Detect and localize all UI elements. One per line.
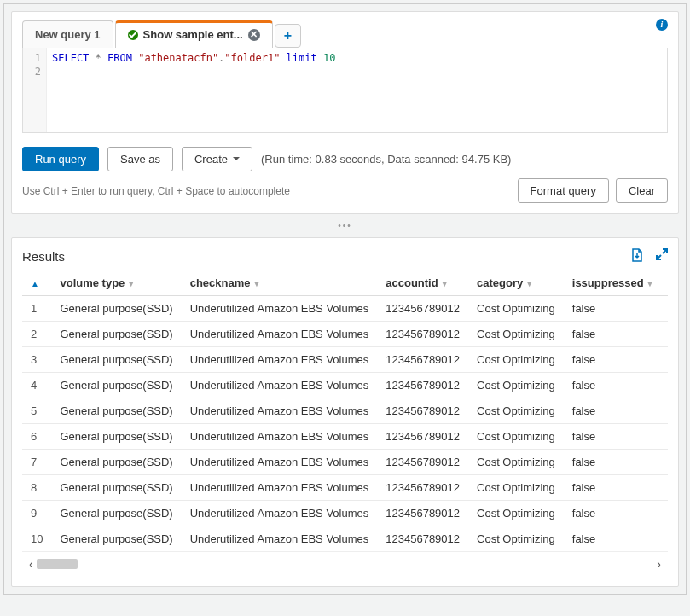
col-issuppressed[interactable]: issuppressed▼ [564,270,663,296]
query-stats: (Run time: 0.83 seconds, Data scanned: 9… [261,153,511,166]
table-row: 7General purpose(SSD)Underutilized Amazo… [22,450,668,475]
cell-accountid: 123456789012 [377,373,468,398]
cell-checkname: Underutilized Amazon EBS Volumes [182,322,378,347]
cell-accountid: 123456789012 [377,296,468,322]
cell-checkname: Underutilized Amazon EBS Volumes [182,398,378,424]
table-row: 1General purpose(SSD)Underutilized Amazo… [22,296,668,322]
cell-category: Cost Optimizing [468,424,564,450]
cell-checkname: Underutilized Amazon EBS Volumes [182,450,378,475]
cell-snapshot: snap-0a5 [663,424,668,450]
cell-volume-type: General purpose(SSD) [51,398,181,424]
cell-category: Cost Optimizing [468,347,564,373]
cell-rownum: 9 [22,501,51,526]
cell-issuppressed: false [564,475,663,501]
cell-rownum: 4 [22,373,51,398]
cell-snapshot: snap-06b [663,322,668,347]
results-title: Results [22,249,65,264]
cell-accountid: 123456789012 [377,347,468,373]
results-table: ▲ volume type▼ checkname▼ accountid▼ cat… [22,270,668,551]
col-snapshot[interactable]: snapshot [663,270,668,296]
scroll-track[interactable] [37,559,654,569]
cell-rownum: 8 [22,475,51,501]
cell-rownum: 7 [22,450,51,475]
cell-category: Cost Optimizing [468,501,564,526]
cell-issuppressed: false [564,347,663,373]
cell-snapshot: snap-0ef4 [663,398,668,424]
cell-checkname: Underutilized Amazon EBS Volumes [182,347,378,373]
editor-gutter: 1 2 [23,48,47,132]
cell-category: Cost Optimizing [468,475,564,501]
cell-snapshot [663,373,668,398]
cell-snapshot: snap-078 [663,450,668,475]
cell-rownum: 3 [22,347,51,373]
table-row: 4General purpose(SSD)Underutilized Amazo… [22,373,668,398]
cell-checkname: Underutilized Amazon EBS Volumes [182,424,378,450]
query-editor-panel: i New query 1 Show sample ent... ✕ + 1 2… [11,11,679,214]
resize-handle[interactable]: ••• [4,221,686,230]
query-toolbar-2: Use Ctrl + Enter to run query, Ctrl + Sp… [22,178,668,203]
cell-category: Cost Optimizing [468,322,564,347]
cell-volume-type: General purpose(SSD) [51,526,181,552]
cell-accountid: 123456789012 [377,475,468,501]
col-checkname[interactable]: checkname▼ [182,270,378,296]
editor-code[interactable]: SELECT * FROM "athenatacfn"."folder1" li… [47,48,340,132]
cell-rownum: 6 [22,424,51,450]
info-icon[interactable]: i [656,19,668,31]
cell-issuppressed: false [564,296,663,322]
cell-accountid: 123456789012 [377,398,468,424]
cell-issuppressed: false [564,526,663,552]
results-panel: Results ▲ volume type▼ checkname▼ accoun… [11,237,679,587]
col-rownum[interactable]: ▲ [22,270,51,296]
query-toolbar: Run query Save as Create (Run time: 0.83… [22,147,668,171]
cell-snapshot: snap-0d4 [663,296,668,322]
scroll-thumb[interactable] [37,559,78,569]
download-icon[interactable] [630,248,644,264]
cell-volume-type: General purpose(SSD) [51,501,181,526]
cell-checkname: Underutilized Amazon EBS Volumes [182,501,378,526]
cell-checkname: Underutilized Amazon EBS Volumes [182,296,378,322]
cell-volume-type: General purpose(SSD) [51,424,181,450]
cell-snapshot [663,475,668,501]
expand-icon[interactable] [656,248,668,264]
create-dropdown-button[interactable]: Create [182,147,252,171]
col-category[interactable]: category▼ [468,270,564,296]
sql-editor[interactable]: 1 2 SELECT * FROM "athenatacfn"."folder1… [22,48,668,133]
cell-snapshot [663,347,668,373]
table-row: 10General purpose(SSD)Underutilized Amaz… [22,526,668,552]
table-row: 6General purpose(SSD)Underutilized Amazo… [22,424,668,450]
tab-show-sample[interactable]: Show sample ent... ✕ [115,20,273,48]
cell-issuppressed: false [564,322,663,347]
run-query-button[interactable]: Run query [22,147,99,171]
scroll-right-icon[interactable]: › [653,557,664,571]
cell-volume-type: General purpose(SSD) [51,373,181,398]
cell-checkname: Underutilized Amazon EBS Volumes [182,526,378,552]
cell-checkname: Underutilized Amazon EBS Volumes [182,475,378,501]
col-accountid[interactable]: accountid▼ [377,270,468,296]
horizontal-scrollbar[interactable]: ‹ › [22,552,668,576]
cell-rownum: 1 [22,296,51,322]
save-as-button[interactable]: Save as [107,147,173,171]
table-row: 9General purpose(SSD)Underutilized Amazo… [22,501,668,526]
cell-volume-type: General purpose(SSD) [51,347,181,373]
tab-new-query-1[interactable]: New query 1 [22,20,113,48]
add-tab-button[interactable]: + [275,24,301,48]
cell-issuppressed: false [564,424,663,450]
scroll-left-icon[interactable]: ‹ [26,557,37,571]
col-volume-type[interactable]: volume type▼ [51,270,181,296]
cell-checkname: Underutilized Amazon EBS Volumes [182,373,378,398]
format-query-button[interactable]: Format query [518,178,609,203]
success-icon [128,30,138,40]
results-table-wrap: ▲ volume type▼ checkname▼ accountid▼ cat… [22,270,668,552]
cell-rownum: 5 [22,398,51,424]
cell-issuppressed: false [564,450,663,475]
table-header-row: ▲ volume type▼ checkname▼ accountid▼ cat… [22,270,668,296]
clear-button[interactable]: Clear [616,178,668,203]
cell-volume-type: General purpose(SSD) [51,450,181,475]
close-icon[interactable]: ✕ [248,29,260,41]
cell-volume-type: General purpose(SSD) [51,296,181,322]
cell-issuppressed: false [564,501,663,526]
query-tabs: New query 1 Show sample ent... ✕ + [22,12,668,48]
cell-category: Cost Optimizing [468,398,564,424]
table-row: 5General purpose(SSD)Underutilized Amazo… [22,398,668,424]
table-row: 3General purpose(SSD)Underutilized Amazo… [22,347,668,373]
